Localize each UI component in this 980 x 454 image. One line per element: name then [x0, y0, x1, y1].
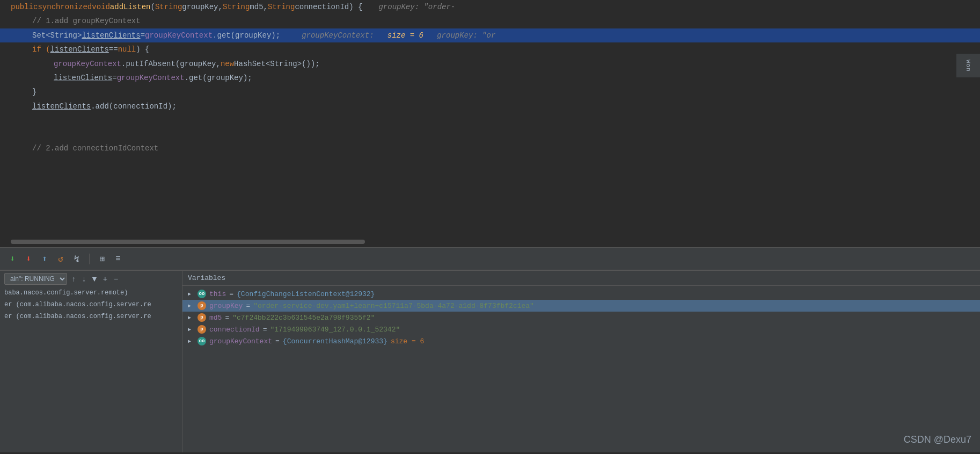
variables-list: ▶ oo this = {ConfigChangeListenContext@1…: [182, 286, 980, 452]
code-line-11: // 2.add connectionIdContext: [0, 141, 980, 155]
step-into-button[interactable]: ↯: [71, 253, 83, 265]
step-over-button[interactable]: ↺: [55, 253, 67, 265]
minus-button[interactable]: −: [112, 275, 120, 283]
debugger-toolbar: ⬇ ⬇ ⬆ ↺ ↯ ⊞ ≡: [0, 247, 980, 270]
code-line-7: }: [0, 85, 980, 99]
code-line-1: public synchronized void addListen ( Str…: [0, 0, 980, 14]
code-line-5: groupKeyContext .putIfAbsent( groupKey ,…: [0, 57, 980, 71]
expand-icon-connectionid: ▶: [188, 326, 194, 333]
frame-up-button[interactable]: ↑: [70, 275, 77, 283]
add-button[interactable]: +: [101, 275, 109, 283]
var-item-groupkey[interactable]: ▶ p groupKey = "order-service-dev.yaml+l…: [182, 300, 980, 312]
code-line-9: [0, 113, 980, 127]
var-item-connectionid[interactable]: ▶ p connectionId = "1719409063749_127.0.…: [182, 323, 980, 335]
frame-down-button[interactable]: ↓: [81, 275, 87, 283]
frame-item-1[interactable]: baba.nacos.config.server.remote): [0, 287, 182, 299]
filter-button[interactable]: ▼: [91, 275, 98, 283]
var-item-md5[interactable]: ▶ p md5 = "c7f24bb222c3b631545e2a798f935…: [182, 312, 980, 323]
watermark: CSDN @Dexu7: [904, 434, 971, 445]
code-line-3: Set<String> listenClients = groupKeyCont…: [0, 28, 980, 42]
thread-select[interactable]: ain": RUNNING: [4, 273, 67, 285]
table-view-button[interactable]: ⊞: [96, 253, 108, 265]
list-view-button[interactable]: ≡: [112, 253, 124, 265]
code-line-6: listenClients = groupKeyContext .get( gr…: [0, 71, 980, 85]
expand-icon-groupkey: ▶: [188, 302, 194, 309]
frames-header: ain": RUNNING ↑ ↓ ▼ + −: [0, 271, 182, 287]
code-line-4: if ( listenClients == null ) {: [0, 42, 980, 56]
frames-list: baba.nacos.config.server.remote) er (com…: [0, 287, 182, 452]
variables-title: Variables: [188, 274, 225, 282]
var-item-this[interactable]: ▶ oo this = {ConfigChangeListenContext@1…: [182, 288, 980, 300]
code-line-2: // 1.add groupKeyContext: [0, 14, 980, 28]
upload-button[interactable]: ⬆: [39, 253, 50, 265]
var-icon-md5: p: [198, 313, 206, 322]
expand-icon-this: ▶: [188, 291, 194, 297]
var-item-groupkeycontext[interactable]: ▶ oo groupKeyContext = {ConcurrentHashMa…: [182, 335, 980, 347]
var-icon-groupkeycontext: oo: [198, 337, 206, 345]
expand-icon-groupkeycontext: ▶: [188, 338, 194, 344]
horizontal-scrollbar[interactable]: [11, 240, 365, 244]
var-icon-this: oo: [198, 290, 206, 298]
frame-item-2[interactable]: er (com.alibaba.nacos.config.server.re: [0, 299, 182, 311]
download-green-button[interactable]: ⬇: [6, 253, 18, 265]
toolbar-divider: [89, 254, 90, 264]
won-badge: Won: [956, 54, 980, 77]
debug-body: ain": RUNNING ↑ ↓ ▼ + − baba.nacos.confi…: [0, 271, 980, 452]
download-red-button[interactable]: ⬇: [23, 253, 34, 265]
code-line-10: [0, 127, 980, 141]
expand-icon-md5: ▶: [188, 314, 194, 321]
frame-item-3[interactable]: er (com.alibaba.nacos.config.server.re: [0, 311, 182, 322]
frames-panel: ain": RUNNING ↑ ↓ ▼ + − baba.nacos.confi…: [0, 271, 182, 452]
variables-header: Variables: [182, 271, 980, 286]
var-icon-groupkey: p: [198, 301, 206, 310]
var-icon-connectionid: p: [198, 325, 206, 334]
debug-panel: ain": RUNNING ↑ ↓ ▼ + − baba.nacos.confi…: [0, 270, 980, 452]
variables-panel: Variables ▶ oo this = {ConfigChangeListe…: [182, 271, 980, 452]
code-line-8: listenClients .add( connectionId );: [0, 99, 980, 113]
code-editor: public synchronized void addListen ( Str…: [0, 0, 980, 247]
